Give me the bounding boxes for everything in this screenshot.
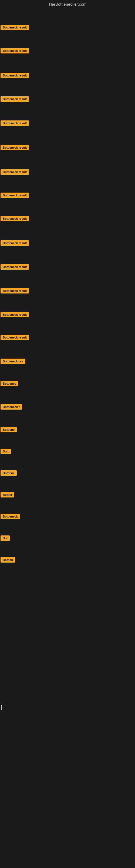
bottleneck-item-7[interactable]: Bottleneck result [1, 169, 29, 176]
bottleneck-badge-20: Bottlene [1, 470, 17, 476]
bottleneck-badge-9: Bottleneck result [1, 216, 29, 221]
bottleneck-item-15[interactable]: Bottleneck res [1, 358, 26, 366]
bottleneck-item-6[interactable]: Bottleneck result [1, 144, 29, 152]
bottleneck-badge-16: Bottlenec [1, 381, 18, 386]
bottleneck-badge-22: Bottleneck [1, 514, 20, 519]
bottleneck-item-16[interactable]: Bottlenec [1, 380, 18, 388]
bottleneck-item-12[interactable]: Bottleneck result [1, 287, 29, 295]
bottleneck-badge-8: Bottleneck result [1, 193, 29, 198]
bottleneck-badge-19: Bott [1, 448, 11, 454]
bottleneck-item-24[interactable]: Bottlen [1, 557, 15, 564]
bottleneck-item-21[interactable]: Bottler [1, 492, 14, 499]
bottleneck-badge-11: Bottleneck result [1, 264, 29, 270]
bottleneck-item-23[interactable]: Bot [1, 535, 10, 542]
bottleneck-item-14[interactable]: Bottleneck result [1, 334, 29, 342]
bottleneck-item-13[interactable]: Bottleneck result [1, 311, 29, 319]
bottleneck-badge-17: Bottleneck r [1, 404, 22, 410]
bottleneck-badge-18: Bottlene [1, 427, 17, 432]
bottleneck-badge-14: Bottleneck result [1, 335, 29, 340]
bottleneck-item-9[interactable]: Bottleneck result [1, 215, 29, 223]
bottleneck-badge-12: Bottleneck result [1, 288, 29, 293]
bottleneck-item-1[interactable]: Bottleneck result [1, 24, 29, 32]
bottleneck-item-19[interactable]: Bott [1, 448, 11, 456]
bottleneck-item-4[interactable]: Bottleneck result [1, 96, 29, 103]
bottleneck-badge-4: Bottleneck result [1, 96, 29, 102]
bottleneck-item-18[interactable]: Bottlene [1, 426, 17, 434]
bottleneck-badge-23: Bot [1, 535, 10, 541]
bottleneck-item-2[interactable]: Bottleneck result [1, 48, 29, 55]
site-title-bar: TheBottlenecker.com [0, 0, 135, 8]
bottleneck-badge-21: Bottler [1, 492, 14, 497]
items-container: Bottleneck resultBottleneck resultBottle… [0, 8, 135, 868]
cursor-indicator [1, 705, 2, 710]
bottleneck-badge-7: Bottleneck result [1, 169, 29, 175]
bottleneck-item-10[interactable]: Bottleneck result [1, 240, 29, 247]
bottleneck-badge-24: Bottlen [1, 557, 15, 563]
bottleneck-item-20[interactable]: Bottlene [1, 470, 17, 477]
bottleneck-badge-3: Bottleneck result [1, 73, 29, 78]
bottleneck-item-8[interactable]: Bottleneck result [1, 192, 29, 199]
bottleneck-item-17[interactable]: Bottleneck r [1, 404, 22, 411]
bottleneck-item-3[interactable]: Bottleneck result [1, 72, 29, 80]
bottleneck-badge-13: Bottleneck result [1, 312, 29, 317]
bottleneck-badge-15: Bottleneck res [1, 359, 26, 364]
bottleneck-badge-6: Bottleneck result [1, 145, 29, 150]
bottleneck-item-11[interactable]: Bottleneck result [1, 264, 29, 271]
bottleneck-item-5[interactable]: Bottleneck result [1, 120, 29, 127]
bottleneck-item-22[interactable]: Bottleneck [1, 513, 20, 521]
bottleneck-badge-10: Bottleneck result [1, 240, 29, 246]
bottleneck-badge-2: Bottleneck result [1, 48, 29, 54]
site-title: TheBottlenecker.com [0, 0, 135, 8]
bottleneck-badge-5: Bottleneck result [1, 120, 29, 126]
bottleneck-badge-1: Bottleneck result [1, 25, 29, 30]
